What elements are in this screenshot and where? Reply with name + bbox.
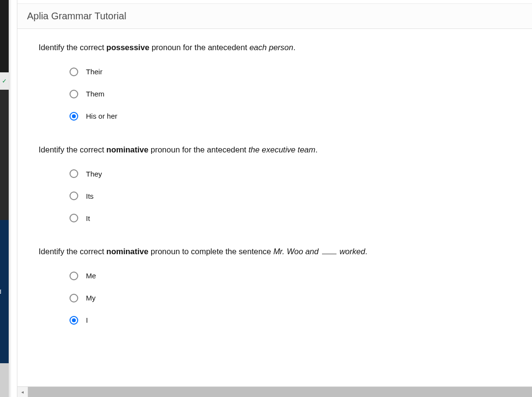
option-row[interactable]: I [70, 316, 511, 325]
breadcrumb-icon [28, 0, 35, 3]
options-group: Their Them His or her [39, 68, 511, 121]
options-group: They Its It [39, 169, 511, 222]
options-group: Me My I [39, 272, 511, 325]
question-prompt: Identify the correct nominative pronoun … [39, 144, 511, 156]
horizontal-scrollbar[interactable]: ◂ [17, 386, 532, 397]
fill-blank [322, 254, 336, 254]
option-row[interactable]: Me [70, 272, 511, 280]
option-label: Me [86, 272, 96, 280]
option-label: Its [86, 192, 94, 200]
app-left-rail: ✓ d [0, 0, 9, 397]
option-label: Them [86, 90, 104, 98]
question-block: Identify the correct possessive pronoun … [39, 41, 511, 121]
content-gutter [9, 0, 17, 397]
option-label: My [86, 294, 96, 302]
option-row[interactable]: Them [70, 90, 511, 98]
question-prompt: Identify the correct possessive pronoun … [39, 41, 511, 54]
scroll-left-arrow-icon[interactable]: ◂ [17, 387, 28, 397]
check-icon: ✓ [2, 78, 7, 84]
breadcrumb-bar [17, 0, 532, 4]
option-row[interactable]: They [70, 169, 511, 178]
scroll-track[interactable] [28, 387, 532, 397]
rail-active-label: d [0, 288, 1, 295]
radio-icon[interactable] [70, 192, 78, 200]
radio-icon[interactable] [70, 316, 78, 325]
radio-icon[interactable] [70, 68, 78, 76]
option-row[interactable]: Its [70, 192, 511, 200]
radio-icon[interactable] [70, 272, 78, 280]
rail-spacer [0, 363, 9, 397]
questions-container: Identify the correct possessive pronoun … [17, 29, 532, 397]
option-label: It [86, 214, 90, 222]
option-row[interactable]: His or her [70, 112, 511, 121]
rail-active-item[interactable]: d [0, 220, 9, 363]
option-row[interactable]: It [70, 214, 511, 222]
rail-spacer [0, 0, 9, 72]
page-header: Aplia Grammar Tutorial [17, 4, 532, 29]
radio-icon[interactable] [70, 90, 78, 98]
option-row[interactable]: My [70, 294, 511, 302]
page-title: Aplia Grammar Tutorial [27, 11, 522, 22]
question-block: Identify the correct nominative pronoun … [39, 144, 511, 223]
main-panel: Aplia Grammar Tutorial Identify the corr… [17, 0, 532, 397]
option-row[interactable]: Their [70, 68, 511, 76]
option-label: Their [86, 68, 102, 76]
rail-spacer [0, 90, 9, 220]
radio-icon[interactable] [70, 112, 78, 121]
rail-check-indicator: ✓ [0, 72, 9, 90]
radio-icon[interactable] [70, 294, 78, 302]
option-label: They [86, 170, 102, 178]
option-label: I [86, 316, 88, 324]
option-label: His or her [86, 112, 117, 120]
question-block: Identify the correct nominative pronoun … [39, 246, 511, 325]
question-prompt: Identify the correct nominative pronoun … [39, 246, 511, 258]
radio-icon[interactable] [70, 169, 78, 178]
radio-icon[interactable] [70, 214, 78, 222]
